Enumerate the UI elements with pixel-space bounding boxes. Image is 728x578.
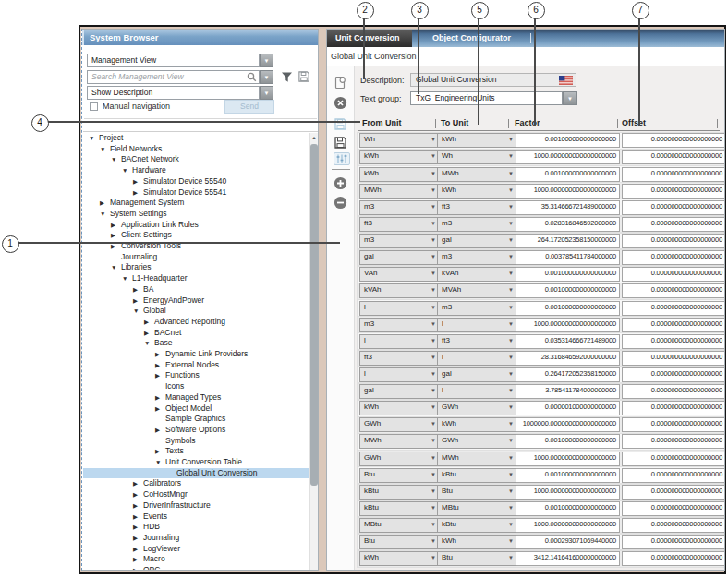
factor-input[interactable]: 1000.000000000000000000 [516, 485, 620, 500]
tree-collapsed-icon[interactable]: ▶ [144, 317, 154, 328]
factor-input[interactable]: 0.001000000000000000 [516, 133, 620, 148]
factor-input[interactable]: 0.001000000000000000 [516, 434, 620, 449]
tree-collapsed-icon[interactable]: ▶ [133, 295, 143, 307]
tree-item-calibrators[interactable]: ▶Calibrators [83, 478, 319, 489]
tree-item-journaling[interactable]: Journaling [83, 252, 319, 263]
to-unit-select[interactable]: l▼ [437, 318, 517, 332]
tree-expanded-icon[interactable]: ▼ [100, 209, 110, 220]
tree-expanded-icon[interactable]: ▼ [111, 154, 121, 165]
tree-item-driverinfrastructure[interactable]: ▶DriverInfrastructure [83, 500, 319, 512]
from-unit-select[interactable]: ft3▼ [359, 217, 440, 232]
offset-input[interactable]: 0.000000000000000000 [622, 334, 725, 349]
to-unit-select[interactable]: Btu▼ [437, 485, 517, 500]
tree-expanded-icon[interactable]: ▼ [144, 338, 154, 349]
from-unit-select[interactable]: l▼ [359, 334, 440, 349]
from-unit-select[interactable]: kBtu▼ [359, 485, 440, 500]
factor-input[interactable]: 3.785411784000000000 [516, 384, 620, 399]
tree-collapsed-icon[interactable]: ▶ [155, 403, 165, 415]
tree-item-application-link-rules[interactable]: ▶Application Link Rules [83, 220, 319, 231]
tree-collapsed-icon[interactable]: ▶ [133, 533, 143, 544]
offset-input[interactable]: 0.000000000000000000 [622, 551, 725, 566]
tree-item-cohostmngr[interactable]: ▶CoHostMngr [83, 489, 319, 500]
to-unit-select[interactable]: gal▼ [437, 234, 517, 248]
tree-item-logviewer[interactable]: ▶LogViewer [83, 544, 319, 555]
offset-input[interactable]: 0.000000000000000000 [622, 267, 725, 282]
factor-input[interactable]: 0.264172052358150000 [516, 367, 620, 382]
to-unit-select[interactable]: gal▼ [437, 367, 517, 382]
tree-item-field-networks[interactable]: ▼Field Networks [83, 144, 319, 155]
offset-input[interactable]: 0.000000000000000000 [622, 501, 725, 516]
tree-collapsed-icon[interactable]: ▶ [133, 489, 143, 500]
tree-collapsed-icon[interactable]: ▶ [133, 478, 143, 489]
tree-collapsed-icon[interactable]: ▶ [133, 522, 143, 533]
offset-input[interactable]: 0.000000000000000000 [622, 250, 725, 265]
from-unit-select[interactable]: l▼ [359, 367, 440, 382]
tree-expanded-icon[interactable]: ▼ [111, 262, 121, 273]
to-unit-select[interactable]: kWh▼ [437, 417, 517, 432]
tree-item-object-model[interactable]: ▶Object Model [83, 403, 319, 415]
to-unit-select[interactable]: m3▼ [437, 301, 517, 316]
to-unit-select[interactable]: ft3▼ [437, 334, 517, 349]
from-unit-select[interactable]: ft3▼ [359, 351, 440, 366]
tree-collapsed-icon[interactable]: ▶ [155, 370, 165, 381]
offset-input[interactable]: 0.000000000000000000 [622, 485, 725, 500]
factor-input[interactable]: 35.314666721489000000 [516, 200, 620, 215]
to-unit-select[interactable]: MWh▼ [437, 167, 517, 182]
factor-input[interactable]: 1000.000000000000000000 [516, 184, 620, 199]
factor-input[interactable]: 0.001000000000000000 [516, 167, 620, 182]
tree-item-energyandpower[interactable]: ▶EnergyAndPower [83, 295, 319, 307]
from-unit-select[interactable]: kWh▼ [359, 551, 440, 566]
factor-input[interactable]: 0.001000000000000000 [516, 301, 620, 316]
tree-item-advanced-reporting[interactable]: ▶Advanced Reporting [83, 317, 319, 328]
tree-collapsed-icon[interactable]: ▶ [144, 328, 154, 339]
from-unit-select[interactable]: GWh▼ [359, 452, 440, 466]
tree-item-simulator-device-55541[interactable]: ▶Simulator Device 55541 [83, 187, 319, 199]
from-unit-select[interactable]: kVAh▼ [359, 283, 440, 298]
tree-collapsed-icon[interactable]: ▶ [155, 392, 165, 403]
tree-item-icons[interactable]: Icons [83, 381, 319, 392]
tree-expanded-icon[interactable]: ▼ [122, 165, 132, 176]
tree-collapsed-icon[interactable]: ▶ [155, 360, 165, 371]
tree-collapsed-icon[interactable]: ▶ [133, 284, 143, 295]
to-unit-select[interactable]: MWh▼ [437, 452, 517, 466]
to-unit-select[interactable]: MVAh▼ [437, 283, 517, 298]
tree-scrollbar-thumb[interactable] [310, 144, 318, 486]
from-unit-select[interactable]: kWh▼ [359, 167, 440, 182]
to-unit-select[interactable]: GWh▼ [437, 401, 517, 415]
offset-input[interactable]: 0.000000000000000000 [622, 167, 725, 182]
factor-input[interactable]: 0.001000000000000000 [516, 267, 620, 282]
factor-input[interactable]: 0.001000000000000000 [516, 501, 620, 516]
from-unit-select[interactable]: MBtu▼ [359, 518, 440, 533]
tree-item-functions[interactable]: ▶Functions [83, 370, 319, 381]
factor-input[interactable]: 28.316846592000000000 [516, 351, 620, 366]
factor-input[interactable]: 1000.000000000000000000 [516, 518, 620, 533]
tree-item-bacnet[interactable]: ▶BACnet [83, 328, 319, 339]
tree-item-dynamic-link-providers[interactable]: ▶Dynamic Link Providers [83, 349, 319, 360]
from-unit-select[interactable]: l▼ [359, 301, 440, 316]
scroll-up-icon[interactable]: ▲ [309, 133, 319, 142]
from-unit-select[interactable]: GWh▼ [359, 417, 440, 432]
factor-input[interactable]: 264.172052358150000000 [516, 234, 620, 248]
offset-input[interactable]: 0.000000000000000000 [622, 434, 725, 449]
tree-collapsed-icon[interactable]: ▶ [133, 544, 143, 555]
offset-input[interactable]: 0.000000000000000000 [622, 150, 725, 164]
tree-collapsed-icon[interactable]: ▶ [155, 349, 165, 360]
tree-item-global[interactable]: ▼Global [83, 306, 319, 317]
tree-expanded-icon[interactable]: ▼ [133, 306, 143, 317]
offset-input[interactable]: 0.000000000000000000 [622, 452, 725, 466]
tree-item-texts[interactable]: ▶Texts [83, 446, 319, 457]
tree-expanded-icon[interactable]: ▼ [89, 133, 99, 144]
offset-input[interactable]: 0.000000000000000000 [622, 417, 725, 432]
factor-input[interactable]: 3412.141641600000000000 [516, 551, 620, 566]
tree-collapsed-icon[interactable]: ▶ [155, 425, 165, 436]
tree-item-bacnet-network[interactable]: ▼BACnet Network [83, 154, 319, 165]
from-unit-select[interactable]: m3▼ [359, 234, 440, 248]
to-unit-select[interactable]: m3▼ [437, 250, 517, 265]
factor-input[interactable]: 0.001000000000000000 [516, 468, 620, 483]
from-unit-select[interactable]: gal▼ [359, 384, 440, 399]
factor-input[interactable]: 0.001000000000000000 [516, 283, 620, 298]
offset-input[interactable]: 0.000000000000000000 [622, 133, 725, 148]
from-unit-select[interactable]: MWh▼ [359, 184, 440, 199]
tree-item-managed-types[interactable]: ▶Managed Types [83, 392, 319, 403]
factor-input[interactable]: 1000.000000000000000000 [516, 452, 620, 466]
